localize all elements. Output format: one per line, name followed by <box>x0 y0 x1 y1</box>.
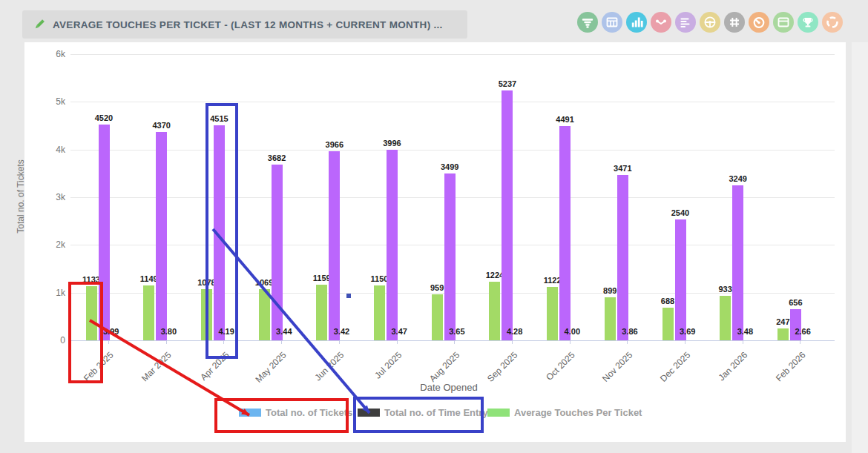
x-axis-title: Date Opened <box>401 382 497 393</box>
bar-value-label: 4515 <box>197 115 241 123</box>
bar-total-tickets[interactable] <box>720 296 731 340</box>
x-axis-tick <box>166 340 167 344</box>
x-axis-tick <box>339 340 340 344</box>
x-category-label: Oct 2025 <box>544 350 576 383</box>
bar-value-label: 3249 <box>716 175 760 183</box>
bar-value-label: 4520 <box>82 114 126 122</box>
x-axis-tick <box>512 340 513 344</box>
x-category-label: Nov 2025 <box>600 350 634 384</box>
x-category-label: May 2025 <box>254 350 289 385</box>
bar-time-entry[interactable] <box>214 125 225 341</box>
x-category-label: Jun 2025 <box>313 350 346 383</box>
avg-touches-label: 4.19 <box>218 328 234 336</box>
x-axis-tick <box>685 340 685 344</box>
bar-total-tickets[interactable] <box>489 282 500 340</box>
legend-item[interactable]: Average Touches Per Ticket <box>487 407 642 418</box>
x-category-label: Jan 2026 <box>717 350 750 383</box>
avg-touches-label: 3.86 <box>622 328 637 336</box>
x-axis-tick <box>627 340 628 344</box>
bar-total-tickets[interactable] <box>316 285 327 340</box>
avg-touches-label: 3.65 <box>449 328 464 336</box>
y-tick-label: 1k <box>43 288 65 297</box>
bar-total-tickets[interactable] <box>605 297 616 340</box>
bar-value-label: 5237 <box>485 80 530 88</box>
y-tick-label: 6k <box>43 50 65 59</box>
legend-swatch <box>358 409 380 417</box>
legend-item[interactable]: Total no. of Tickets <box>239 407 352 418</box>
avg-touches-label: 2.66 <box>795 328 810 336</box>
bar-time-entry[interactable] <box>559 126 571 340</box>
bar-value-label: 3471 <box>600 165 645 173</box>
x-axis-tick <box>800 340 800 344</box>
bar-total-tickets[interactable] <box>547 287 558 340</box>
x-category-label: Aug 2025 <box>427 350 461 384</box>
y-tick-label: 5k <box>43 97 65 106</box>
bar-time-entry[interactable] <box>502 90 513 340</box>
bar-total-tickets[interactable] <box>259 289 270 340</box>
bar-time-entry[interactable] <box>732 185 743 340</box>
bar-value-label: 4491 <box>543 116 588 124</box>
bar-total-tickets[interactable] <box>662 308 674 340</box>
legend-item[interactable]: Total no. of Time Entry <box>358 407 488 418</box>
y-tick-label: 2k <box>43 240 65 249</box>
legend-swatch <box>239 409 261 417</box>
x-axis-tick <box>223 340 224 344</box>
bar-time-entry[interactable] <box>329 151 340 340</box>
bar-time-entry[interactable] <box>156 132 167 340</box>
x-category-label: Dec 2025 <box>658 350 692 384</box>
legend-swatch <box>487 409 510 417</box>
avg-touches-label: 3.47 <box>392 328 407 336</box>
avg-touches-label: 4.00 <box>565 328 580 336</box>
bar-total-tickets[interactable] <box>143 285 154 340</box>
x-category-label: Mar 2025 <box>139 350 174 384</box>
y-axis-title: Total no. of Tickets <box>16 137 26 256</box>
avg-touches-label: 3.48 <box>737 328 753 336</box>
avg-touches-label: 3.42 <box>334 328 349 336</box>
x-category-label: Feb 2026 <box>774 350 808 384</box>
avg-touches-label: 3.69 <box>680 328 695 336</box>
x-axis-tick <box>743 340 743 344</box>
bar-total-tickets[interactable] <box>86 286 97 340</box>
avg-touches-label: 3.44 <box>276 328 292 336</box>
y-tick-label: 3k <box>43 193 65 202</box>
bar-value-label: 656 <box>773 299 818 307</box>
bar-value-label: 2540 <box>658 209 703 217</box>
legend-label: Total no. of Tickets <box>266 407 352 418</box>
bar-total-tickets[interactable] <box>201 289 212 340</box>
bar-time-entry[interactable] <box>387 150 398 340</box>
bar-value-label: 4370 <box>139 122 184 130</box>
bar-time-entry[interactable] <box>617 175 628 340</box>
legend-label: Average Touches Per Ticket <box>514 407 642 418</box>
x-category-label: Apr 2025 <box>198 350 231 383</box>
bar-total-tickets[interactable] <box>432 294 443 340</box>
bar-value-label: 3499 <box>427 163 472 171</box>
legend-label: Total no. of Time Entry <box>384 407 488 418</box>
x-category-label: Jul 2025 <box>372 350 404 381</box>
bar-time-entry[interactable] <box>272 165 283 340</box>
x-axis-tick <box>570 340 571 344</box>
x-axis-tick <box>108 340 109 344</box>
x-axis-tick <box>454 340 455 344</box>
bar-total-tickets[interactable] <box>374 285 385 340</box>
bar-value-label: 3966 <box>312 141 357 149</box>
bar-total-tickets[interactable] <box>777 328 789 340</box>
y-tick-label: 4k <box>43 145 65 154</box>
x-axis-line <box>70 340 835 341</box>
bar-time-entry[interactable] <box>444 173 456 340</box>
x-axis-tick <box>281 340 282 344</box>
gridline <box>70 150 835 151</box>
bar-time-entry[interactable] <box>99 125 110 340</box>
x-category-label: Sep 2025 <box>485 350 519 384</box>
gridline <box>70 102 835 102</box>
bar-value-label: 3996 <box>370 139 415 148</box>
gridline <box>70 54 835 55</box>
x-axis-tick <box>397 340 398 344</box>
bar-time-entry[interactable] <box>675 219 686 340</box>
x-category-label: Feb 2025 <box>82 350 116 384</box>
avg-touches-label: 3.99 <box>103 328 119 336</box>
chart-area: 01k2k3k4k5k6kTotal no. of TicketsDate Op… <box>0 0 868 453</box>
bar-value-label: 3682 <box>254 154 299 162</box>
avg-touches-label: 4.28 <box>507 328 522 336</box>
y-tick-label: 0 <box>43 336 65 345</box>
avg-touches-label: 3.80 <box>161 328 177 336</box>
